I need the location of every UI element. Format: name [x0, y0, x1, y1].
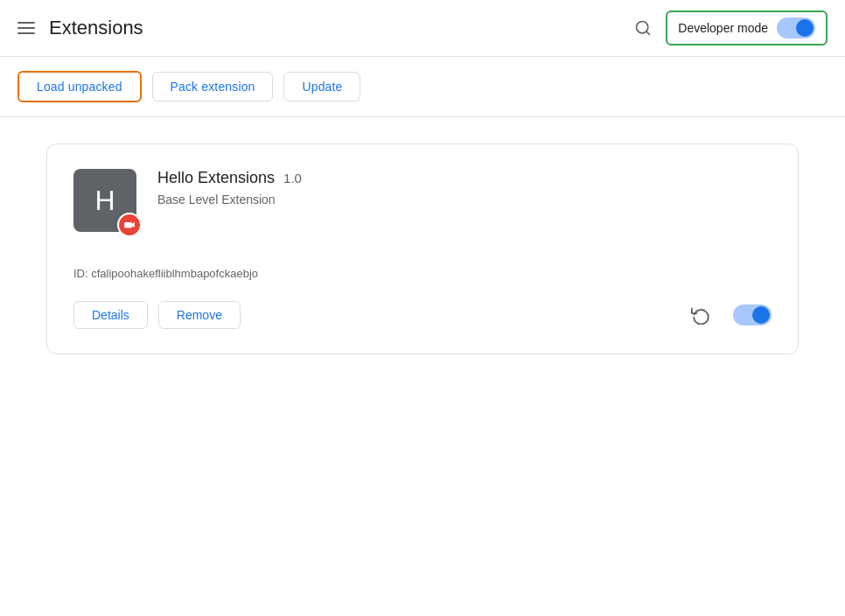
header: Extensions Developer mode [0, 0, 845, 57]
header-right: Developer mode [634, 10, 828, 46]
developer-mode-label: Developer mode [678, 21, 768, 35]
svg-marker-3 [132, 222, 135, 228]
search-icon[interactable] [634, 19, 652, 37]
svg-rect-2 [124, 222, 132, 228]
extension-version: 1.0 [283, 171, 302, 186]
extension-toggle-thumb [752, 306, 770, 324]
extension-description: Base Level Extension [157, 192, 772, 206]
toolbar: Load unpacked Pack extension Update [0, 57, 845, 117]
extension-badge [117, 213, 142, 237]
hamburger-menu[interactable] [17, 22, 35, 34]
page-title: Extensions [49, 17, 143, 39]
developer-mode-box: Developer mode [666, 10, 828, 46]
extension-info: Hello Extensions 1.0 Base Level Extensio… [157, 169, 772, 206]
remove-button[interactable]: Remove [158, 301, 241, 329]
card-bottom: Details Remove [73, 298, 772, 329]
reload-icon[interactable] [691, 305, 710, 325]
extension-icon-wrap: H [73, 169, 136, 232]
extension-name-row: Hello Extensions 1.0 [157, 169, 772, 187]
load-unpacked-button[interactable]: Load unpacked [17, 71, 142, 102]
pack-extension-button[interactable]: Pack extension [152, 72, 274, 102]
extension-name: Hello Extensions [157, 169, 275, 187]
details-button[interactable]: Details [73, 301, 148, 329]
toggle-thumb [796, 19, 814, 37]
update-button[interactable]: Update [283, 72, 360, 102]
extension-id: ID: cfalipoohakefliiblhmbapofckaebjo [73, 258, 772, 280]
card-top: H Hello Extensions 1.0 Base Level Extens… [73, 169, 772, 232]
extension-card: H Hello Extensions 1.0 Base Level Extens… [46, 144, 799, 354]
header-left: Extensions [17, 17, 143, 39]
developer-mode-toggle[interactable] [777, 18, 815, 38]
svg-line-1 [646, 32, 650, 35]
extension-toggle[interactable] [733, 304, 772, 326]
main-content: H Hello Extensions 1.0 Base Level Extens… [0, 117, 845, 381]
